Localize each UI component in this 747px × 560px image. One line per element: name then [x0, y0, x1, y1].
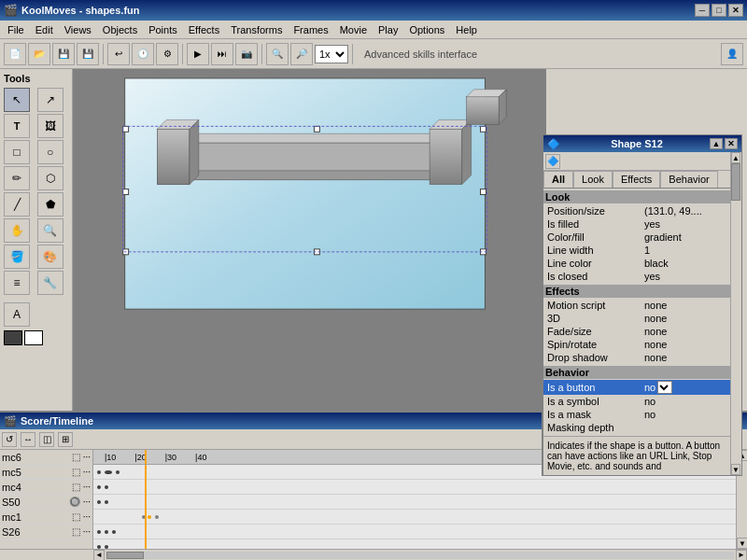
scroll-right[interactable]: ►: [736, 550, 747, 561]
timeline-scrollbar-h[interactable]: ◄ ►: [0, 549, 747, 560]
drawing-canvas: [73, 69, 546, 411]
scroll-thumb[interactable]: [731, 163, 740, 201]
tool-align[interactable]: ≡: [4, 271, 30, 295]
tools-panel: Tools ↖ ↗ T 🖼 □ ○ ✏ ⬡ ╱ ⬟ ✋ 🔍 🪣 🎨 ≡ 🔧 A: [0, 69, 73, 411]
scroll-down[interactable]: ▼: [737, 538, 747, 549]
zoom-select[interactable]: 1x 2x 0.5x: [315, 45, 348, 63]
toolbar-zoom-in[interactable]: 🔎: [290, 43, 313, 65]
tool-select[interactable]: ↖: [4, 88, 30, 112]
frame-dot-orange: [148, 515, 151, 519]
track-label-mc6: mc6 ⬚ ···: [0, 450, 92, 465]
tool-text[interactable]: T: [4, 114, 30, 138]
tool-node[interactable]: 🔧: [37, 271, 63, 295]
toolbar-save2[interactable]: 💾: [77, 43, 99, 65]
tool-extra1[interactable]: A: [4, 302, 30, 327]
scroll-thumb-h[interactable]: [106, 552, 144, 559]
timeline-btn2[interactable]: ↔: [21, 432, 35, 447]
svg-rect-11: [467, 97, 500, 125]
shape-panel-close[interactable]: ✕: [725, 138, 738, 149]
tool-hand[interactable]: ✋: [4, 218, 30, 243]
svg-marker-10: [462, 119, 472, 184]
tab-effects[interactable]: Effects: [613, 171, 660, 188]
shape-tool-btn[interactable]: 🔷: [545, 154, 560, 169]
menu-objects[interactable]: Objects: [97, 22, 143, 37]
prop-fadesize: Fade/size none: [543, 325, 741, 338]
tab-behavior[interactable]: Behavior: [660, 171, 717, 188]
toolbar-camera[interactable]: 📷: [235, 43, 258, 65]
timeline-btn4[interactable]: ⊞: [58, 432, 73, 447]
frame-row-s50: [93, 510, 736, 525]
frame-row-mc1: [93, 525, 736, 539]
toolbar-save[interactable]: 💾: [52, 43, 75, 65]
menu-options[interactable]: Options: [403, 22, 450, 37]
maximize-button[interactable]: □: [712, 4, 726, 17]
separator-1: [103, 44, 104, 64]
menu-views[interactable]: Views: [59, 22, 97, 37]
frame-dot: [105, 500, 108, 504]
menu-points[interactable]: Points: [143, 22, 183, 37]
tab-all[interactable]: All: [543, 171, 573, 188]
toolbar-zoom-out[interactable]: 🔍: [266, 43, 289, 65]
tool-line[interactable]: ╱: [4, 192, 30, 217]
frame-dot: [97, 530, 101, 534]
scroll-track-h: [106, 552, 734, 559]
svg-rect-19: [481, 126, 486, 132]
toolbar-settings[interactable]: ⚙: [156, 43, 178, 65]
frame-row-mc5: [93, 480, 736, 495]
menu-file[interactable]: File: [2, 22, 30, 37]
shape-panel-scrollbar[interactable]: ▲ ▼: [730, 152, 741, 475]
swatch-white[interactable]: [24, 330, 43, 345]
scroll-left[interactable]: ◄: [93, 550, 105, 561]
tool-rect[interactable]: □: [4, 140, 30, 164]
menu-edit[interactable]: Edit: [30, 22, 59, 37]
menu-play[interactable]: Play: [373, 22, 403, 37]
tool-fill[interactable]: 🪣: [4, 245, 30, 269]
tools-extra: A: [4, 302, 68, 327]
tool-arrow[interactable]: ↗: [37, 88, 63, 112]
svg-rect-8: [430, 129, 462, 184]
shape-properties-panel: 🔷 Shape S12 ▲ ✕ 🔷 All Look Effects Behav…: [542, 134, 742, 476]
canvas-area: [73, 69, 546, 411]
prop-isabutton[interactable]: Is a button no ▼: [543, 380, 741, 395]
timeline-btn1[interactable]: ↺: [2, 432, 17, 447]
toolbar-new[interactable]: 📄: [4, 43, 26, 65]
tool-bezier[interactable]: ⬡: [37, 166, 63, 190]
isabutton-dropdown[interactable]: ▼: [657, 381, 672, 394]
toolbar: 📄 📂 💾 💾 ↩ 🕐 ⚙ ▶ ⏭ 📷 🔍 🔎 1x 2x 0.5x Advan…: [0, 39, 747, 69]
frame-dot: [112, 530, 116, 534]
menu-effects[interactable]: Effects: [183, 22, 225, 37]
prop-colorfill: Color/fill gradient: [543, 231, 741, 244]
shape-panel-scrollup[interactable]: ▲: [710, 138, 723, 149]
menu-frames[interactable]: Frames: [288, 22, 333, 37]
toolbar-clock[interactable]: 🕐: [132, 43, 154, 65]
tool-paint[interactable]: 🎨: [37, 245, 63, 269]
menu-movie[interactable]: Movie: [334, 22, 373, 37]
menu-help[interactable]: Help: [450, 22, 483, 37]
prop-position: Position/size (131.0, 49....: [543, 204, 741, 217]
prop-isfilled: Is filled yes: [543, 217, 741, 231]
frame-dot: [105, 545, 108, 549]
toolbar-open[interactable]: 📂: [28, 43, 50, 65]
scroll-down-btn[interactable]: ▼: [731, 464, 740, 475]
tool-oval[interactable]: ○: [37, 140, 63, 164]
close-button[interactable]: ✕: [728, 4, 743, 17]
prop-spinrotate: Spin/rotate none: [543, 338, 741, 351]
timeline-btn3[interactable]: ◫: [39, 432, 54, 447]
toolbar-user[interactable]: 👤: [721, 43, 743, 65]
toolbar-undo[interactable]: ↩: [107, 43, 130, 65]
menu-transforms[interactable]: Transforms: [225, 22, 288, 37]
tab-look[interactable]: Look: [573, 171, 613, 188]
tool-pen[interactable]: ✏: [4, 166, 30, 190]
frame-dot: [97, 500, 101, 504]
tool-image[interactable]: 🖼: [37, 114, 63, 138]
toolbar-play2[interactable]: ⏭: [211, 43, 233, 65]
timeline-label: Score/Timeline: [21, 415, 93, 427]
track-label-mc1: mc1 ⬚ ···: [0, 510, 92, 525]
minimize-button[interactable]: ─: [695, 4, 710, 17]
scroll-up-btn[interactable]: ▲: [731, 152, 740, 163]
tool-poly[interactable]: ⬟: [37, 192, 63, 217]
tool-zoom[interactable]: 🔍: [37, 218, 63, 243]
toolbar-play1[interactable]: ▶: [187, 43, 209, 65]
frame-rows: [93, 465, 736, 549]
swatch-black[interactable]: [4, 330, 22, 345]
